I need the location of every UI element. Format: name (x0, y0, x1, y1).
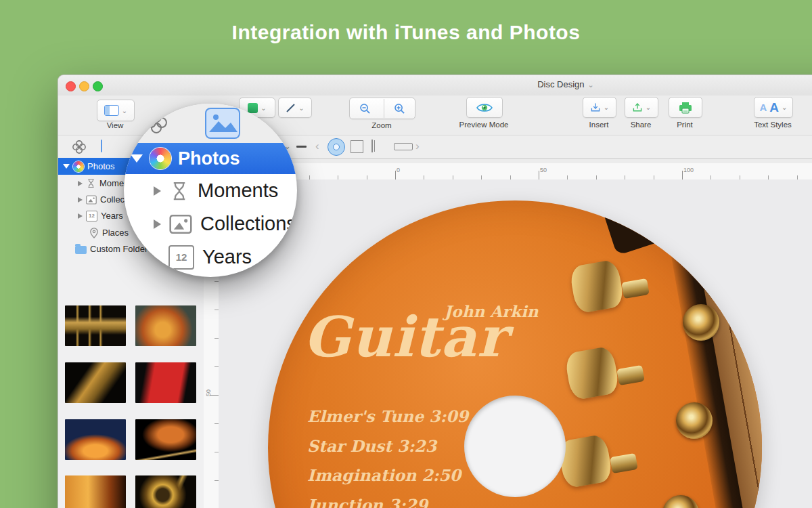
zoom-out-button[interactable] (350, 99, 381, 118)
color-swatch-icon (248, 103, 258, 113)
magnified-item-label: Collections (200, 213, 296, 235)
photo-thumbnail-trombone[interactable] (135, 475, 196, 508)
sidebar-item-label: Years (101, 211, 123, 221)
track-line: Star Dust 3:23 (307, 432, 468, 462)
disclosure-triangle-icon (131, 154, 143, 163)
preview-mode-button[interactable] (466, 97, 503, 118)
window-titlebar[interactable]: Disc Design⌄ (58, 75, 812, 96)
printer-icon (678, 102, 693, 114)
tuning-shaft (610, 453, 638, 473)
disc-center-hole (464, 396, 566, 497)
photo-thumbnail-guitar-body[interactable] (135, 305, 196, 346)
magnified-item-label: Photos (178, 148, 240, 169)
text-styles-button[interactable]: AA⌄ (754, 97, 793, 118)
chevron-down-icon: ⌄ (782, 104, 787, 111)
photo-thumbnail-trumpet[interactable] (65, 305, 126, 346)
track-line: Elmer's Tune 3:09 (307, 402, 468, 432)
photo-thumbnail-concert-shell[interactable] (65, 419, 126, 460)
scroll-right-icon[interactable]: › (415, 140, 420, 152)
magnified-item-label: Years (202, 246, 252, 268)
ruler-label: 50 (205, 389, 212, 396)
insert-button[interactable]: ⌄ (583, 97, 616, 118)
sidebar-item-label: Photos (87, 161, 114, 171)
spine-shape-icon[interactable] (394, 143, 413, 150)
track-line: Junction 3:29 (307, 491, 468, 508)
text-styles-icon: A (760, 102, 767, 113)
chevron-down-icon: ⌄ (646, 104, 651, 111)
picture-icon (86, 195, 97, 205)
disclosure-triangle-icon (154, 186, 161, 196)
string-post (662, 495, 699, 508)
zoom-in-button[interactable] (384, 99, 415, 118)
booklet-shape-icon[interactable] (371, 140, 373, 152)
photos-app-icon (150, 148, 171, 169)
ruler-label: 100 (683, 167, 694, 173)
disc-shape-icon[interactable] (328, 138, 345, 156)
tuning-knob (564, 345, 620, 400)
tuning-shaft (616, 365, 645, 385)
square-shape-icon[interactable] (351, 140, 363, 153)
hourglass-icon (169, 180, 189, 202)
scroll-left-icon[interactable]: ‹ (315, 140, 319, 152)
chevron-down-icon: ⌄ (298, 104, 304, 112)
sidebar-item-label: Custom Folder (90, 244, 148, 254)
disclosure-triangle-icon[interactable] (63, 164, 70, 169)
banner: Integration with iTunes and Photos (0, 0, 812, 64)
line-icon (286, 103, 296, 113)
map-pin-icon (89, 228, 99, 238)
disc-design[interactable]: John Arkin Guitar Elmer's Tune 3:09 Star… (268, 200, 762, 508)
photo-thumbnail-violin[interactable] (65, 475, 126, 508)
zoom-label: Zoom (349, 121, 414, 129)
share-label: Share (616, 121, 665, 129)
string-post (698, 203, 734, 239)
chevron-down-icon: ⌄ (604, 104, 609, 111)
calendar-icon: 12 (86, 211, 97, 221)
ruler-label: 50 (540, 167, 547, 173)
design-canvas[interactable]: John Arkin Guitar Elmer's Tune 3:09 Star… (219, 179, 812, 508)
shapes-flower-icon[interactable] (72, 140, 87, 154)
screenshot-root: Integration with iTunes and Photos Disc … (0, 0, 812, 508)
chevron-down-icon: ⌄ (122, 107, 127, 114)
photo-thumbnail-violin-bow[interactable] (135, 419, 196, 460)
window-title: Disc Design (537, 79, 584, 89)
magnifier-minus-icon (359, 103, 371, 114)
sidebar-view-icon (104, 105, 119, 116)
image-tool-icon (205, 108, 240, 139)
text-styles-label: Text Styles (738, 121, 807, 129)
disclosure-triangle-icon (154, 219, 161, 229)
disclosure-triangle-icon[interactable] (78, 197, 83, 203)
picture-icon (169, 214, 192, 234)
photo-thumbnail-red-guitar[interactable] (135, 362, 196, 403)
view-button[interactable]: ⌄ (97, 100, 135, 121)
tuning-knob (568, 259, 625, 314)
stroke-style-button[interactable]: ⌄ (278, 98, 312, 118)
line-shape-icon[interactable] (296, 146, 307, 148)
tuning-knob (557, 433, 613, 488)
disclosure-triangle-icon[interactable] (78, 213, 83, 219)
magnified-item-label: Moments (198, 179, 278, 202)
window-title-group: Disc Design⌄ (491, 79, 640, 89)
shapes-flower-icon (144, 110, 168, 137)
close-button[interactable] (66, 81, 76, 91)
photo-thumbnail-saxophone[interactable] (65, 362, 126, 403)
text-styles-icon: A (769, 100, 779, 115)
magnified-item-collections: Collections (124, 207, 297, 240)
eye-icon (476, 102, 493, 113)
share-icon (632, 102, 643, 113)
ruler-major-ticks (219, 171, 812, 179)
track-line: Imagination 2:50 (307, 461, 468, 491)
disc-track-list[interactable]: Elmer's Tune 3:09 Star Dust 3:23 Imagina… (307, 402, 468, 508)
disc-album-text[interactable]: Guitar (303, 306, 507, 367)
image-tool-icon[interactable] (101, 140, 102, 152)
minimize-button[interactable] (79, 81, 89, 91)
zoom-button-group (349, 98, 415, 119)
print-button[interactable] (669, 97, 702, 118)
fullscreen-button[interactable] (93, 81, 103, 91)
disclosure-triangle-icon[interactable] (78, 181, 83, 186)
insert-tray-icon (590, 102, 601, 113)
app-window: Disc Design⌄ ⌄ View ⌄ ⌄ Zoom Preview Mod… (58, 75, 812, 508)
sidebar-item-label: Places (102, 228, 129, 238)
share-button[interactable]: ⌄ (625, 97, 658, 118)
title-chevron-icon[interactable]: ⌄ (588, 81, 594, 89)
magnifier-plus-icon (394, 103, 405, 114)
